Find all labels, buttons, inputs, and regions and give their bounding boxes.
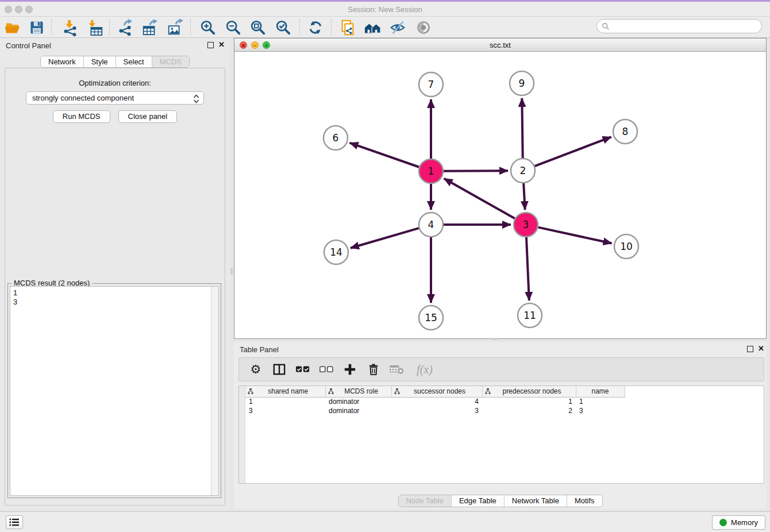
zoom-in-button[interactable] xyxy=(198,18,218,37)
graph-node-15[interactable]: 15 xyxy=(419,306,443,330)
tab-edge-table[interactable]: Edge Table xyxy=(451,495,504,507)
delete-column-button[interactable] xyxy=(366,362,381,377)
graph-edge-2-8[interactable] xyxy=(535,137,611,166)
optimization-criterion-select[interactable]: strongly connected component xyxy=(26,91,204,105)
close-panel-icon[interactable]: ✕ xyxy=(218,41,225,49)
table-panel-tabs: Node Table Edge Table Network Table Moti… xyxy=(398,495,602,507)
table-panel-title: Table Panel xyxy=(240,345,279,354)
tab-network-table[interactable]: Network Table xyxy=(504,495,567,507)
table-row[interactable]: 1dominator411 xyxy=(245,397,625,406)
column-header-name[interactable]: name xyxy=(576,386,625,397)
export-table-button[interactable] xyxy=(140,18,160,37)
save-session-button[interactable] xyxy=(27,18,47,37)
network-canvas[interactable]: 7968124314101511 xyxy=(234,52,766,338)
float-panel-icon[interactable] xyxy=(747,346,753,352)
table-panel: Table Panel ✕ ⚙ f(x) xyxy=(234,342,767,509)
import-network-button[interactable] xyxy=(60,18,80,37)
graph-node-1[interactable]: 1 xyxy=(419,159,443,183)
column-header-predecessor-nodes[interactable]: predecessor nodes xyxy=(482,386,576,397)
tab-network[interactable]: Network xyxy=(41,56,83,67)
attribute-type-icon xyxy=(248,388,253,394)
import-table-button[interactable] xyxy=(85,18,105,37)
svg-text:9: 9 xyxy=(519,78,525,89)
trash-icon xyxy=(368,363,379,376)
graph-node-3[interactable]: 3 xyxy=(514,213,538,237)
export-network-button[interactable] xyxy=(116,18,135,37)
graph-edge-3-10[interactable] xyxy=(538,228,611,244)
attribute-type-icon xyxy=(485,388,491,394)
graph-edge-4-14[interactable] xyxy=(351,228,419,248)
add-column-button[interactable] xyxy=(342,362,357,377)
memory-button[interactable]: Memory xyxy=(712,515,765,530)
export-network-icon xyxy=(117,19,134,36)
tab-motifs[interactable]: Motifs xyxy=(567,495,602,507)
window-title: Session: New Session xyxy=(0,5,770,14)
table-row[interactable]: 3dominator323 xyxy=(245,406,625,415)
svg-text:7: 7 xyxy=(428,79,434,90)
graph-node-10[interactable]: 10 xyxy=(614,234,638,259)
search-input[interactable] xyxy=(610,21,761,32)
graph-node-2[interactable]: 2 xyxy=(511,159,535,183)
graph-node-7[interactable]: 7 xyxy=(419,72,443,97)
graph-edge-1-6[interactable] xyxy=(350,143,419,167)
task-history-button[interactable] xyxy=(6,515,23,529)
application-window: Session: New Session xyxy=(0,0,770,532)
delete-table-button[interactable] xyxy=(390,362,405,377)
split-view-button[interactable] xyxy=(272,362,287,377)
close-panel-button[interactable]: Close panel xyxy=(118,110,178,123)
unchecked-boxes-icon xyxy=(319,365,333,374)
column-header-shared-name[interactable]: shared name xyxy=(245,386,325,397)
table-cell: dominator xyxy=(325,406,391,415)
deselect-all-button[interactable] xyxy=(319,362,334,377)
table-cell: 2 xyxy=(482,406,576,415)
graph-node-8[interactable]: 8 xyxy=(613,119,637,144)
graph-node-11[interactable]: 11 xyxy=(518,303,542,327)
run-mcds-button[interactable]: Run MCDS xyxy=(53,110,110,123)
zoom-selected-button[interactable] xyxy=(274,18,293,37)
graph-edge-1-2[interactable] xyxy=(444,171,508,171)
attribute-type-icon xyxy=(394,388,400,394)
attribute-table: shared nameMCDS rolesuccessor nodesprede… xyxy=(245,386,625,415)
checked-boxes-icon xyxy=(296,365,310,374)
search-field xyxy=(596,19,762,33)
graph-node-14[interactable]: 14 xyxy=(324,240,348,264)
tab-node-table[interactable]: Node Table xyxy=(398,495,451,507)
zoom-out-button[interactable] xyxy=(224,18,243,37)
table-row-gutter xyxy=(239,386,245,483)
select-all-button[interactable] xyxy=(295,362,310,377)
save-icon xyxy=(29,20,45,36)
refresh-button[interactable] xyxy=(306,18,325,37)
open-session-button[interactable] xyxy=(3,18,22,37)
vertical-splitter-grip[interactable] xyxy=(230,268,233,275)
graph-node-6[interactable]: 6 xyxy=(324,126,348,150)
apply-function-button[interactable]: f(x) xyxy=(413,362,436,377)
horizontal-splitter-grip[interactable] xyxy=(491,338,498,340)
svg-text:8: 8 xyxy=(622,126,629,137)
hide-details-button[interactable] xyxy=(388,18,407,37)
mcds-result-textarea[interactable]: 1 3 xyxy=(10,286,219,496)
graph-edge-2-9[interactable] xyxy=(522,98,522,158)
svg-text:6: 6 xyxy=(333,132,339,144)
show-details-button[interactable] xyxy=(414,18,433,37)
tab-select[interactable]: Select xyxy=(116,56,152,67)
graph-edge-3-11[interactable] xyxy=(526,237,529,300)
import-network-icon xyxy=(61,19,79,36)
zoom-fit-button[interactable] xyxy=(248,18,268,37)
eye-slash-icon xyxy=(389,19,406,36)
tab-mcds[interactable]: MCDS xyxy=(152,56,189,67)
graph-node-9[interactable]: 9 xyxy=(510,71,534,95)
graph-edge-3-1[interactable] xyxy=(444,179,515,218)
column-header-MCDS-role[interactable]: MCDS role xyxy=(325,386,391,397)
tab-style[interactable]: Style xyxy=(83,56,116,67)
table-settings-button[interactable]: ⚙ xyxy=(248,362,263,377)
export-image-button[interactable] xyxy=(165,18,185,37)
table-cell: 1 xyxy=(482,397,576,406)
close-panel-icon[interactable]: ✕ xyxy=(758,345,764,353)
mcds-result-scrollbar[interactable] xyxy=(211,287,218,495)
first-neighbors-button[interactable] xyxy=(363,18,383,37)
float-panel-icon[interactable] xyxy=(207,42,214,48)
graph-node-4[interactable]: 4 xyxy=(419,213,443,237)
column-header-successor-nodes[interactable]: successor nodes xyxy=(391,386,482,397)
graph-edge-2-3[interactable] xyxy=(523,183,525,210)
clone-network-button[interactable] xyxy=(338,18,357,37)
